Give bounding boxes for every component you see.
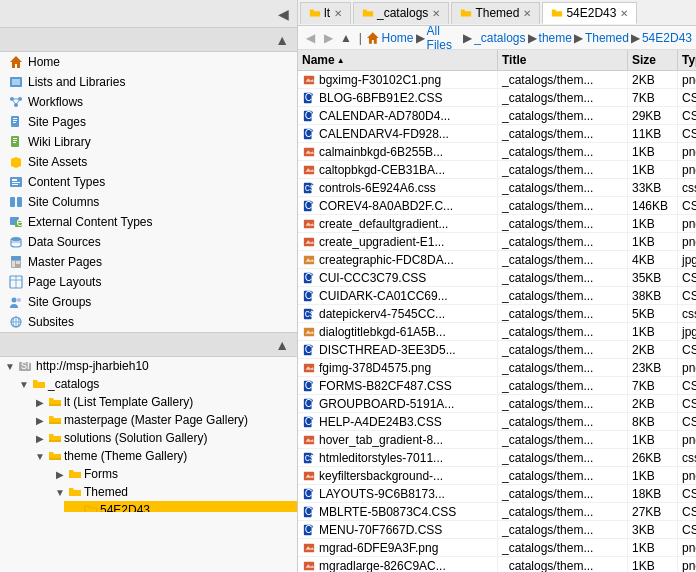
forms-row[interactable]: ▶ Forms [48, 465, 297, 483]
file-row[interactable]: keyfiltersbackground-... _catalogs/them.… [298, 467, 696, 485]
masterpage-row[interactable]: ▶ masterpage (Master Page Gallery) [32, 411, 297, 429]
nav-item-site-pages[interactable]: Site Pages [0, 112, 297, 132]
file-row[interactable]: css controls-6E924A6.css _catalogs/them.… [298, 179, 696, 197]
col-header-size[interactable]: Size [628, 50, 678, 70]
tab-themed[interactable]: Themed ✕ [451, 2, 540, 24]
nav-item-site-groups[interactable]: Site Groups [0, 292, 297, 312]
file-row[interactable]: CSS HELP-A4DE24B3.CSS _catalogs/them... … [298, 413, 696, 431]
nav-item-lists[interactable]: Lists and Libraries [0, 72, 297, 92]
solutions-icon [48, 431, 62, 445]
tab-themed-close[interactable]: ✕ [523, 8, 531, 19]
file-row[interactable]: creategraphic-FDC8DA... _catalogs/them..… [298, 251, 696, 269]
tab-lt[interactable]: lt ✕ [300, 2, 351, 24]
theme-expand-btn[interactable]: ▼ [32, 448, 48, 464]
file-row[interactable]: calmainbkgd-6B255B... _catalogs/them... … [298, 143, 696, 161]
tab-catalogs-icon [362, 7, 374, 19]
tree-root-row[interactable]: ▼ srv http://msp-jharbieh10 [0, 357, 297, 375]
site-objects-collapse-btn[interactable]: ▲ [273, 32, 291, 48]
lt-row[interactable]: ▶ lt (List Template Gallery) [32, 393, 297, 411]
col-header-name[interactable]: Name ▲ [298, 50, 498, 70]
file-row[interactable]: hover_tab_gradient-8... _catalogs/them..… [298, 431, 696, 449]
tab-lt-close[interactable]: ✕ [334, 8, 342, 19]
file-row[interactable]: CSS BLOG-6BFB91E2.CSS _catalogs/them... … [298, 89, 696, 107]
file-row[interactable]: CSS LAYOUTS-9C6B8173... _catalogs/them..… [298, 485, 696, 503]
solutions-expand-btn[interactable]: ▶ [32, 430, 48, 446]
col-header-title[interactable]: Title [498, 50, 628, 70]
breadcrumb-theme[interactable]: theme [539, 31, 572, 45]
breadcrumb-home[interactable]: Home [382, 31, 414, 45]
file-row[interactable]: caltopbkgd-CEB31BA... _catalogs/them... … [298, 161, 696, 179]
col-header-type[interactable]: Type [678, 50, 696, 70]
forward-btn[interactable]: ▶ [320, 29, 338, 47]
svg-point-38 [17, 298, 21, 302]
all-files-collapse-btn[interactable]: ▲ [273, 337, 291, 353]
solutions-row[interactable]: ▶ solutions (Solution Gallery) [32, 429, 297, 447]
file-row[interactable]: create_defaultgradient... _catalogs/them… [298, 215, 696, 233]
back-btn[interactable]: ◀ [302, 29, 320, 47]
tab-catalogs-close[interactable]: ✕ [432, 8, 440, 19]
file-row[interactable]: CSS DISCTHREAD-3EE3D5... _catalogs/them.… [298, 341, 696, 359]
file-row[interactable]: CSS FORMS-B82CF487.CSS _catalogs/them...… [298, 377, 696, 395]
file-row[interactable]: css htmleditorstyles-7011... _catalogs/t… [298, 449, 696, 467]
themed-row[interactable]: ▼ Themed [48, 483, 297, 501]
up-btn[interactable]: ▲ [337, 29, 355, 47]
file-row[interactable]: CSS MBLRTE-5B0873C4.CSS _catalogs/them..… [298, 503, 696, 521]
file-cell-type: CSS [678, 197, 696, 214]
bc-sep-5: ▶ [631, 31, 640, 45]
nav-item-page-layouts[interactable]: Page Layouts [0, 272, 297, 292]
file-cell-name: dialogtitlebkgd-61A5B... [298, 323, 498, 340]
file-cell-title: _catalogs/them... [498, 359, 628, 376]
nav-item-data-sources[interactable]: Data Sources [0, 232, 297, 252]
root-expand-btn[interactable]: ▼ [2, 358, 18, 374]
nav-item-subsites[interactable]: Subsites [0, 312, 297, 332]
file-size: 18KB [632, 487, 661, 501]
file-row[interactable]: fgimg-378D4575.png _catalogs/them... 23K… [298, 359, 696, 377]
file-row[interactable]: create_upgradient-E1... _catalogs/them..… [298, 233, 696, 251]
file-row[interactable]: CSS CALENDAR-AD780D4... _catalogs/them..… [298, 107, 696, 125]
nav-collapse-btn[interactable]: ◀ [276, 6, 291, 22]
file-row[interactable]: bgximg-F30102C1.png _catalogs/them... 2K… [298, 71, 696, 89]
file-row[interactable]: CSS COREV4-8A0ABD2F.C... _catalogs/them.… [298, 197, 696, 215]
file-type-icon [302, 73, 316, 87]
lt-expand-btn[interactable]: ▶ [32, 394, 48, 410]
breadcrumb-catalogs[interactable]: _catalogs [474, 31, 525, 45]
file-type: CSS [682, 271, 696, 285]
file-row[interactable]: CSS MENU-70F7667D.CSS _catalogs/them... … [298, 521, 696, 539]
file-row[interactable]: CSS GROUPBOARD-5191A... _catalogs/them..… [298, 395, 696, 413]
breadcrumb-all-files[interactable]: All Files [427, 24, 462, 52]
theme-node: ▼ theme (Theme Gallery) ▶ [32, 447, 297, 512]
file-title: _catalogs/them... [502, 559, 593, 573]
breadcrumb-themed[interactable]: Themed [585, 31, 629, 45]
tab-catalogs[interactable]: _catalogs ✕ [353, 2, 449, 24]
svg-rect-16 [13, 138, 17, 139]
file-row[interactable]: CSS CUI-CCC3C79.CSS _catalogs/them... 35… [298, 269, 696, 287]
breadcrumb-54e2d43[interactable]: 54E2D43 [642, 31, 692, 45]
theme-row[interactable]: ▼ theme (Theme Gallery) [32, 447, 297, 465]
themed-expand-btn[interactable]: ▼ [52, 484, 68, 500]
file-row[interactable]: CSS CUIDARK-CA01CC69... _catalogs/them..… [298, 287, 696, 305]
tab-54e2d43-close[interactable]: ✕ [620, 8, 628, 19]
nav-item-home[interactable]: Home [0, 52, 297, 72]
file-row[interactable]: mgrad-6DFE9A3F.png _catalogs/them... 1KB… [298, 539, 696, 557]
nav-item-external-content-types[interactable]: ext External Content Types [0, 212, 297, 232]
file-name: create_defaultgradient... [319, 217, 448, 231]
forms-expand-btn[interactable]: ▶ [52, 466, 68, 482]
nav-item-site-columns[interactable]: Site Columns [0, 192, 297, 212]
54e2d43-row[interactable]: ▶ 54E2D43 [64, 501, 297, 512]
nav-item-content-types[interactable]: Content Types [0, 172, 297, 192]
masterpage-expand-btn[interactable]: ▶ [32, 412, 48, 428]
nav-item-wiki[interactable]: Wiki Library [0, 132, 297, 152]
tab-54e2d43[interactable]: 54E2D43 ✕ [542, 2, 637, 24]
svg-rect-23 [10, 197, 15, 207]
file-row[interactable]: css datepickerv4-7545CC... _catalogs/the… [298, 305, 696, 323]
catalogs-expand-btn[interactable]: ▼ [16, 376, 32, 392]
nav-item-master-pages[interactable]: Master Pages [0, 252, 297, 272]
nav-item-workflows[interactable]: Workflows [0, 92, 297, 112]
file-name: CUI-CCC3C79.CSS [319, 271, 426, 285]
file-row[interactable]: mgradlarge-826C9AC... _catalogs/them... … [298, 557, 696, 572]
file-type: png [682, 559, 696, 573]
catalogs-row[interactable]: ▼ _catalogs [16, 375, 297, 393]
file-row[interactable]: CSS CALENDARV4-FD928... _catalogs/them..… [298, 125, 696, 143]
nav-item-site-assets[interactable]: Site Assets [0, 152, 297, 172]
file-row[interactable]: dialogtitlebkgd-61A5B... _catalogs/them.… [298, 323, 696, 341]
